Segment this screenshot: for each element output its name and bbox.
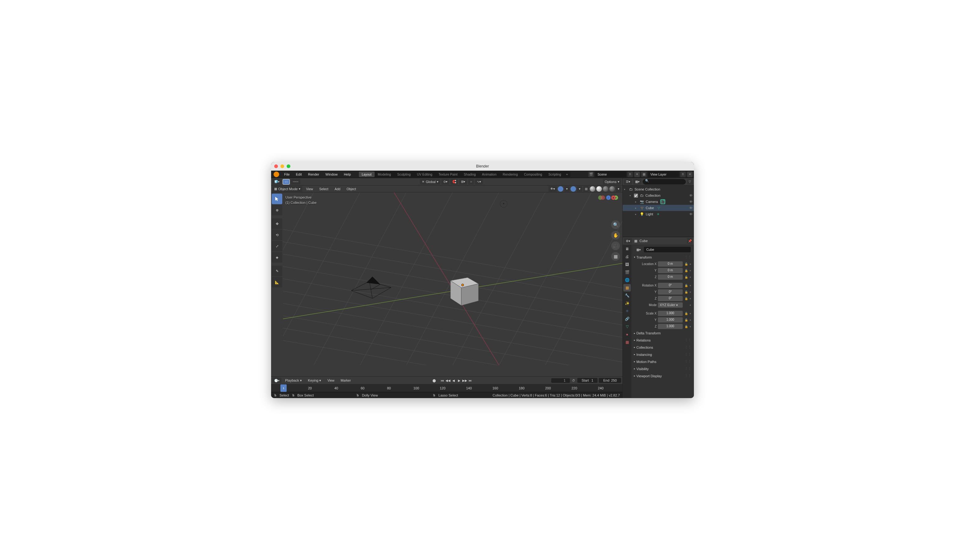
light-icon[interactable] xyxy=(500,200,507,207)
menu-render[interactable]: Render xyxy=(306,172,322,177)
rotation-x-field[interactable]: 0° xyxy=(658,283,683,288)
tab-shading[interactable]: Shading xyxy=(461,171,479,177)
keyframe-dot-icon[interactable]: • xyxy=(690,291,692,293)
cube-object[interactable] xyxy=(446,270,480,304)
chevron-down-icon[interactable]: ▾ xyxy=(624,188,627,191)
scene-new-icon[interactable]: ⎘ xyxy=(627,171,633,177)
scale-z-field[interactable]: 1.000 xyxy=(658,324,683,329)
timeline-keying[interactable]: Keying ▾ xyxy=(306,378,324,383)
scale-y-field[interactable]: 1.000 xyxy=(658,317,683,323)
scene-delete-icon[interactable]: ✕ xyxy=(634,171,640,177)
timeline-editor-dropdown[interactable]: 🕐▾ xyxy=(272,377,281,383)
panel-motion-paths[interactable]: ▸Motion Paths⋮⋮ xyxy=(633,358,692,365)
camera-view-icon[interactable]: 🎥 xyxy=(611,242,620,250)
tool-rotate[interactable]: ⟲ xyxy=(272,230,282,240)
jump-prev-key-icon[interactable]: ◀◀ xyxy=(445,378,450,383)
scale-x-field[interactable]: 1.000 xyxy=(658,311,683,316)
end-frame-field[interactable]: End 250 xyxy=(599,378,621,383)
lock-icon[interactable]: 🔓 xyxy=(684,263,688,266)
panel-collections[interactable]: ▸Collections⋮⋮ xyxy=(633,344,692,351)
timeline-view[interactable]: View xyxy=(325,378,337,383)
perspective-toggle-icon[interactable]: ▦ xyxy=(611,252,620,261)
lock-icon[interactable]: 🔓 xyxy=(684,318,688,322)
tool-cursor[interactable]: ⊕ xyxy=(272,205,282,216)
keyframe-dot-icon[interactable]: • xyxy=(690,319,692,321)
eye-icon[interactable]: 👁 xyxy=(689,200,693,204)
overlay-dropdown[interactable]: ▾ xyxy=(577,186,582,192)
pan-icon[interactable]: ✋ xyxy=(611,231,620,240)
play-reverse-icon[interactable]: ◀ xyxy=(451,378,456,383)
viewport-menu-view[interactable]: View xyxy=(303,186,316,191)
mode-dropdown[interactable]: ▦ Object Mode ▾ xyxy=(272,186,302,192)
viewport-menu-add[interactable]: Add xyxy=(332,186,343,191)
keyframe-dot-icon[interactable]: • xyxy=(690,269,692,272)
menu-help[interactable]: Help xyxy=(341,172,353,177)
proportional-dropdown[interactable]: ∿▾ xyxy=(475,179,483,184)
tool-scale[interactable]: ⤢ xyxy=(272,241,282,251)
preview-range-icon[interactable]: ⏱ xyxy=(571,378,576,383)
proportional-toggle[interactable]: ○ xyxy=(468,179,474,184)
ptab-constraints[interactable]: 🔗 xyxy=(623,315,631,323)
minimize-icon[interactable] xyxy=(280,164,284,168)
chevron-down-icon[interactable]: ▾ xyxy=(630,194,633,197)
jump-next-key-icon[interactable]: ▶▶ xyxy=(462,378,467,383)
timeline-ruler[interactable]: 1 20 40 60 80 100 120 140 160 180 200 22… xyxy=(271,384,622,392)
tree-collection[interactable]: ▾ 🗀 Collection 👁 xyxy=(623,193,694,199)
outliner-editor-dropdown[interactable]: ☰▾ xyxy=(624,179,632,184)
keyframe-dot-icon[interactable]: • xyxy=(690,297,692,300)
tab-layout[interactable]: Layout xyxy=(359,171,375,177)
jump-start-icon[interactable]: ⏮ xyxy=(440,378,445,383)
zoom-icon[interactable]: 🔍 xyxy=(611,220,620,229)
autokey-toggle[interactable]: ⬤ xyxy=(432,378,437,383)
object-name-field[interactable] xyxy=(644,247,691,252)
tab-scripting[interactable]: Scripting xyxy=(545,171,564,177)
current-frame-field[interactable]: 1 xyxy=(551,378,570,383)
options-dropdown[interactable]: Options ▾ xyxy=(603,179,621,184)
playhead[interactable]: 1 xyxy=(280,384,287,392)
maximize-icon[interactable] xyxy=(287,164,290,168)
rotation-mode-dropdown[interactable]: XYZ Euler ▾ xyxy=(658,302,683,308)
xray-toggle[interactable]: ▦ xyxy=(583,186,589,192)
visibility-dropdown[interactable]: 👁▾ xyxy=(548,186,557,192)
keyframe-dot-icon[interactable]: • xyxy=(690,276,692,278)
lock-icon[interactable]: 🔓 xyxy=(684,291,688,294)
keyframe-dot-icon[interactable]: • xyxy=(690,284,692,287)
play-icon[interactable]: ▶ xyxy=(457,378,462,383)
ptab-modifiers[interactable]: 🔧 xyxy=(623,292,631,299)
tool-move[interactable]: ✥ xyxy=(272,219,282,229)
ptab-render[interactable]: 🖥 xyxy=(623,245,631,253)
camera-object[interactable] xyxy=(351,275,391,297)
properties-editor-dropdown[interactable]: ⚙▾ xyxy=(624,238,632,244)
ptab-viewlayer[interactable]: 🖼 xyxy=(623,261,631,268)
lock-icon[interactable]: 🔓 xyxy=(684,297,688,300)
properties-breadcrumb[interactable]: Cube xyxy=(640,239,648,243)
ptab-texture[interactable]: ▩ xyxy=(623,338,631,346)
rotation-z-field[interactable]: 0° xyxy=(658,296,683,301)
eye-icon[interactable]: 👁 xyxy=(689,194,693,198)
menu-window[interactable]: Window xyxy=(323,172,340,177)
panel-relations[interactable]: ▸Relations⋮⋮ xyxy=(633,337,692,343)
panel-delta-transform[interactable]: ▸Delta Transform xyxy=(633,330,692,336)
orientation-dropdown[interactable]: ⤧ Global ▾ xyxy=(420,179,440,184)
ptab-object[interactable]: ▦ xyxy=(623,284,631,292)
viewport-3d[interactable]: User Perspective (1) Collection | Cube xyxy=(283,193,622,376)
gizmo-x-icon[interactable]: X xyxy=(611,196,615,200)
gizmo-toggle[interactable] xyxy=(558,186,563,192)
panel-transform[interactable]: ▾Transform⋮⋮ xyxy=(633,254,692,260)
gizmo-neg-z-icon[interactable] xyxy=(606,196,610,200)
viewport-menu-object[interactable]: Object xyxy=(344,186,358,191)
panel-visibility[interactable]: ▸Visibility⋮⋮ xyxy=(633,366,692,372)
tab-uv-editing[interactable]: UV Editing xyxy=(414,171,435,177)
tree-item-camera[interactable]: ▸ 📷 Camera 🎥 👁 xyxy=(623,199,694,205)
timeline-marker[interactable]: Marker xyxy=(338,378,353,383)
keyframe-dot-icon[interactable]: • xyxy=(690,312,692,315)
ptab-material[interactable]: ● xyxy=(623,331,631,338)
keyframe-dot-icon[interactable]: • xyxy=(690,325,692,328)
viewport-menu-select[interactable]: Select xyxy=(317,186,331,191)
scene-browse-icon[interactable]: 🎬 xyxy=(588,171,594,177)
location-x-field[interactable]: 0 m xyxy=(658,261,683,267)
shading-matprev[interactable] xyxy=(603,186,608,192)
shading-solid[interactable] xyxy=(596,186,602,192)
panel-viewport-display[interactable]: ▸Viewport Display⋮⋮ xyxy=(633,372,692,379)
tab-sculpting[interactable]: Sculpting xyxy=(394,171,414,177)
